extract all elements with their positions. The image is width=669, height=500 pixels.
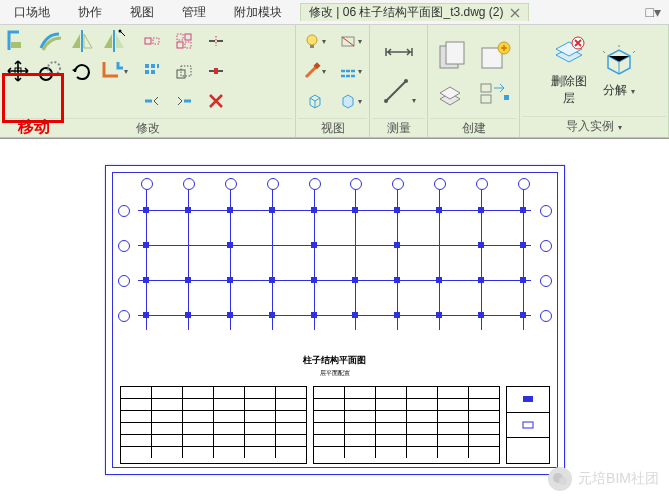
close-icon[interactable]	[510, 8, 520, 18]
create-similar-button[interactable]	[475, 37, 515, 77]
split-button[interactable]	[202, 27, 230, 55]
svg-rect-7	[177, 34, 183, 40]
linework-button[interactable]: ▾	[301, 57, 329, 85]
menu-site[interactable]: 口场地	[0, 0, 64, 24]
cad-drawing-import[interactable]: 柱子结构平面图 层平面配置	[105, 165, 565, 475]
svg-rect-17	[181, 66, 191, 76]
align-button[interactable]	[4, 27, 32, 55]
svg-point-23	[384, 99, 388, 103]
svg-rect-34	[523, 422, 533, 428]
create-assembly-button[interactable]	[433, 79, 473, 109]
panel-measure: ▾ 测量	[370, 25, 428, 137]
layers-delete-icon	[552, 35, 586, 69]
svg-rect-26	[446, 42, 464, 64]
svg-rect-20	[310, 45, 314, 48]
scale-button[interactable]	[170, 57, 198, 85]
menu-manage[interactable]: 管理	[168, 0, 220, 24]
dimension-button[interactable]	[381, 37, 417, 67]
panel-label-import[interactable]: 导入实例 ▾	[522, 116, 666, 137]
svg-rect-5	[145, 38, 151, 44]
lightbulb-button[interactable]: ▾	[301, 27, 329, 55]
move-button[interactable]	[4, 57, 32, 85]
svg-rect-33	[523, 396, 533, 402]
delete-layer-button[interactable]: 删除图层	[546, 27, 592, 115]
panel-create: 创建	[428, 25, 520, 137]
offset-button[interactable]	[36, 27, 64, 55]
cut-profile-button[interactable]	[170, 27, 198, 55]
panel-import-instance: 删除图层 分解 ▾ 导入实例 ▾	[520, 25, 669, 137]
menu-addins[interactable]: 附加模块	[220, 0, 296, 24]
svg-point-4	[119, 30, 122, 33]
explode-label: 分解 ▾	[603, 82, 634, 99]
svg-point-36	[559, 477, 567, 485]
svg-point-24	[404, 79, 408, 83]
unjoin-right-button[interactable]	[170, 87, 198, 115]
svg-rect-13	[157, 64, 159, 68]
create-parts-button[interactable]	[475, 79, 515, 109]
schedule-legend	[506, 386, 550, 464]
svg-rect-29	[481, 84, 491, 92]
svg-rect-30	[481, 95, 491, 103]
delete-button[interactable]	[202, 87, 230, 115]
svg-point-2	[40, 68, 52, 80]
rotate-button[interactable]	[68, 57, 96, 85]
drawing-title: 柱子结构平面图 层平面配置	[136, 354, 534, 378]
svg-rect-11	[145, 64, 149, 68]
cope-button[interactable]	[138, 27, 166, 55]
ribbon-collapse-icon[interactable]: □▾	[646, 4, 661, 20]
delete-layer-label: 删除图层	[546, 73, 592, 107]
section-box-button[interactable]: ▾	[337, 87, 365, 115]
panel-view: ▾ ▾ ▾ ▾ ▾ 视图	[296, 25, 370, 137]
svg-rect-0	[11, 42, 21, 48]
svg-point-19	[307, 35, 317, 45]
panel-label-view: 视图	[298, 118, 367, 137]
svg-rect-16	[177, 70, 185, 78]
panel-label-create: 创建	[430, 118, 517, 137]
trim-button[interactable]: ▾	[100, 57, 128, 85]
column-schedule	[120, 386, 550, 464]
schedule-table-left	[120, 386, 307, 464]
array-button[interactable]	[138, 57, 166, 85]
svg-rect-15	[151, 70, 155, 74]
menu-collaborate[interactable]: 协作	[64, 0, 116, 24]
svg-rect-10	[185, 42, 191, 48]
menubar: 口场地 协作 视图 管理 附加模块 修改 | 06 柱子结构平面图_t3.dwg…	[0, 0, 669, 25]
contextual-tab-modify[interactable]: 修改 | 06 柱子结构平面图_t3.dwg (2)	[300, 3, 529, 21]
copy-button[interactable]	[36, 57, 64, 85]
explode-button[interactable]: 分解 ▾	[596, 27, 642, 115]
measure-button[interactable]: ▾	[381, 73, 417, 109]
svg-rect-6	[153, 38, 159, 44]
svg-point-3	[48, 62, 60, 74]
hide-button[interactable]: ▾	[337, 27, 365, 55]
contextual-tab-label: 修改 | 06 柱子结构平面图_t3.dwg (2)	[309, 4, 504, 21]
svg-rect-14	[145, 70, 149, 74]
watermark: 元培BIM社团	[548, 467, 659, 491]
mirror-pick-button[interactable]	[68, 27, 96, 55]
svg-rect-31	[504, 95, 509, 100]
schedule-table-right	[313, 386, 500, 464]
show-hidden-button[interactable]: ▾	[337, 57, 365, 85]
box-3d-button[interactable]	[301, 87, 329, 115]
structural-grid-plan	[126, 180, 544, 340]
menu-view[interactable]: 视图	[116, 0, 168, 24]
explode-icon	[602, 44, 636, 78]
svg-rect-12	[151, 64, 155, 68]
svg-rect-18	[214, 68, 218, 74]
pin-button[interactable]	[202, 57, 230, 85]
tutorial-highlight-label: 移动	[18, 117, 50, 138]
wechat-icon	[548, 467, 572, 491]
watermark-text: 元培BIM社团	[578, 470, 659, 488]
unjoin-left-button[interactable]	[138, 87, 166, 115]
svg-rect-9	[177, 42, 183, 48]
svg-rect-8	[185, 34, 191, 40]
panel-label-measure: 测量	[372, 118, 425, 137]
create-group-button[interactable]	[433, 37, 473, 77]
ribbon: ▾ 修改 ▾ ▾ ▾ ▾	[0, 25, 669, 138]
mirror-draw-button[interactable]	[100, 27, 128, 55]
drawing-canvas[interactable]: 柱子结构平面图 层平面配置	[0, 138, 669, 500]
